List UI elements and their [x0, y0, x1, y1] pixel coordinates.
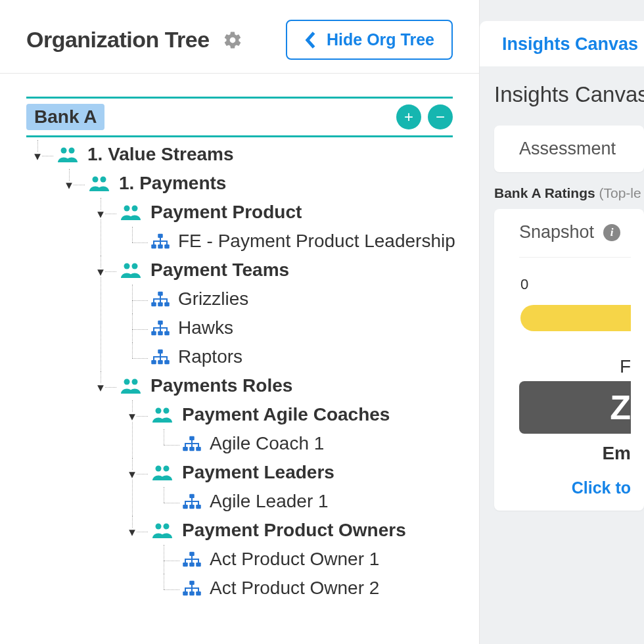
tree-node-label: 1. Value Streams: [87, 144, 234, 165]
group-icon: [150, 405, 174, 424]
tab-insights-canvas[interactable]: Insights Canvas: [502, 34, 638, 54]
tree-node-payment-leaders[interactable]: Payment Leaders: [131, 458, 453, 487]
tree-node-payments[interactable]: 1. Payments: [68, 169, 453, 198]
tree-node-label: Payments Roles: [150, 375, 292, 396]
ratings-caption: Bank A Ratings (Top-le: [494, 185, 644, 201]
tree-node-agile-leader-1[interactable]: Agile Leader 1: [162, 487, 453, 516]
tree-root-row[interactable]: Bank A + −: [26, 97, 453, 137]
group-icon: [119, 203, 143, 221]
tree-node-payment-product-owners[interactable]: Payment Product Owners: [131, 516, 453, 545]
tree-node-raptors[interactable]: Raptors: [131, 342, 453, 371]
svg-point-29: [124, 379, 130, 385]
panel-title: Organization Tree: [26, 27, 210, 53]
svg-point-2: [69, 148, 75, 154]
rating-chip: Z: [519, 381, 631, 434]
svg-marker-31: [129, 414, 135, 421]
svg-rect-51: [196, 563, 201, 566]
assessment-label: Assessment: [519, 139, 631, 159]
svg-rect-42: [183, 505, 188, 509]
collapse-all-button[interactable]: −: [428, 104, 453, 129]
svg-marker-45: [129, 530, 135, 536]
svg-point-32: [156, 408, 162, 414]
tree-toggle[interactable]: [32, 152, 42, 162]
tree-toggle[interactable]: [95, 267, 105, 277]
org-chart-icon: [150, 348, 170, 365]
svg-marker-38: [129, 472, 135, 478]
tree-node-value-streams[interactable]: 1. Value Streams: [36, 140, 453, 169]
tree-node-label: Hawks: [178, 317, 233, 338]
group-icon: [119, 377, 143, 395]
tree-node-fe-leadership[interactable]: FE - Payment Product Leadership: [131, 227, 453, 256]
tree-node-hawks[interactable]: Hawks: [131, 313, 453, 342]
tree-node-label: Grizzlies: [178, 288, 248, 310]
svg-point-4: [93, 177, 99, 183]
tree-node-payment-product[interactable]: Payment Product: [99, 198, 453, 227]
tree-node-label: Agile Coach 1: [210, 433, 324, 454]
tree-node-payments-roles[interactable]: Payments Roles: [99, 371, 453, 400]
tree-root-label: Bank A: [26, 104, 104, 130]
svg-rect-23: [164, 331, 170, 335]
expand-all-button[interactable]: +: [396, 104, 421, 129]
svg-rect-24: [158, 350, 163, 354]
org-chart-icon: [150, 290, 170, 308]
click-to-link[interactable]: Click to: [519, 478, 631, 497]
hide-org-tree-label: Hide Org Tree: [327, 30, 434, 49]
tree-node-label: FE - Payment Product Leadership: [178, 231, 455, 252]
svg-rect-11: [158, 244, 163, 248]
svg-rect-52: [189, 581, 195, 585]
svg-point-15: [132, 264, 138, 269]
ratings-entity: Bank A Ratings: [494, 185, 595, 200]
svg-rect-20: [158, 321, 163, 325]
tree-toggle[interactable]: [127, 412, 137, 422]
rating-letter: Z: [610, 388, 631, 427]
tree-node-agile-coach-1[interactable]: Agile Coach 1: [162, 429, 453, 458]
tree-node-grizzlies[interactable]: Grizzlies: [131, 285, 453, 313]
tree-node-act-product-owner-1[interactable]: Act Product Owner 1: [162, 545, 453, 574]
org-chart-icon: [182, 580, 202, 597]
svg-rect-26: [158, 360, 163, 364]
tree-toggle[interactable]: [95, 210, 105, 219]
svg-point-40: [164, 466, 170, 472]
metric-label-f: F: [519, 356, 631, 377]
plus-icon: +: [404, 108, 413, 126]
svg-point-46: [156, 524, 162, 530]
svg-point-47: [164, 524, 170, 530]
org-chart-icon: [182, 551, 202, 568]
svg-rect-37: [196, 447, 201, 451]
svg-marker-3: [66, 183, 72, 189]
svg-rect-21: [151, 331, 156, 335]
tree-node-act-product-owner-2[interactable]: Act Product Owner 2: [162, 574, 453, 603]
svg-rect-10: [151, 244, 156, 248]
assessment-card[interactable]: Assessment: [494, 126, 644, 172]
group-icon: [87, 174, 111, 193]
org-chart-icon: [182, 435, 202, 452]
svg-rect-53: [183, 591, 188, 595]
snapshot-value: 0: [520, 276, 631, 293]
hide-org-tree-button[interactable]: Hide Org Tree: [286, 20, 453, 60]
tree-node-payment-agile-coaches[interactable]: Payment Agile Coaches: [131, 400, 453, 429]
tree-toggle[interactable]: [127, 470, 137, 480]
group-icon: [150, 463, 174, 482]
svg-rect-9: [158, 234, 163, 238]
tree-node-payment-teams[interactable]: Payment Teams: [99, 256, 453, 285]
svg-marker-6: [97, 212, 104, 218]
tree-node-label: Payment Product: [150, 202, 302, 223]
group-icon: [150, 521, 174, 540]
tree-toggle[interactable]: [127, 528, 137, 538]
org-tree-panel: Organization Tree Hide Org Tree Bank A +: [0, 0, 480, 644]
settings-button[interactable]: [223, 30, 242, 50]
svg-rect-16: [158, 292, 163, 296]
svg-rect-49: [183, 563, 188, 566]
svg-point-1: [61, 148, 67, 154]
tree-toggle[interactable]: [64, 181, 74, 191]
svg-rect-18: [158, 302, 163, 306]
svg-rect-55: [196, 591, 201, 595]
tree-toggle[interactable]: [95, 383, 105, 393]
svg-point-30: [132, 379, 138, 385]
info-icon[interactable]: i: [603, 224, 620, 241]
svg-rect-43: [189, 505, 195, 509]
metric-label-em: Em: [519, 443, 631, 464]
svg-rect-12: [164, 244, 170, 248]
tree-node-label: Payment Product Owners: [182, 520, 406, 541]
tree-node-label: Act Product Owner 2: [210, 578, 379, 599]
